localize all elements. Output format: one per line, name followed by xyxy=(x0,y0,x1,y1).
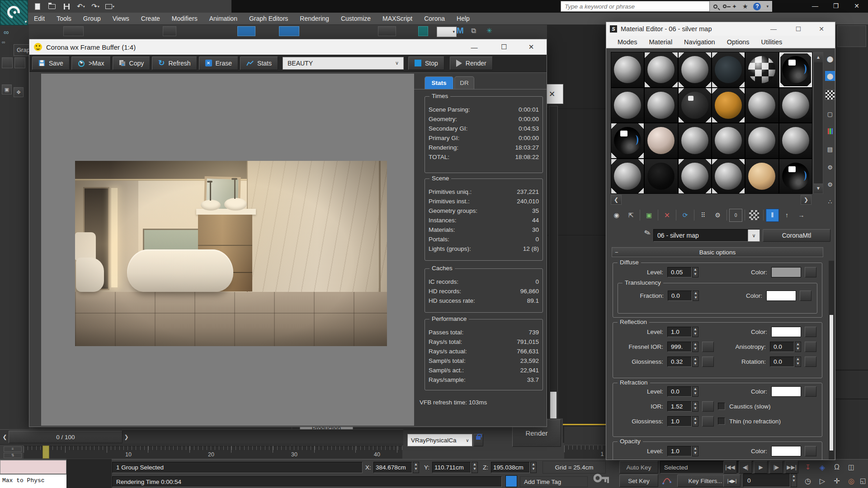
go-forward-icon[interactable]: → xyxy=(795,209,808,222)
me-close-button[interactable]: ✕ xyxy=(810,22,833,36)
view-dropdown[interactable]: VRayPhysicalCa∨ xyxy=(407,434,472,446)
slot-scroll-right-icon[interactable]: ❯ xyxy=(801,195,811,205)
material-name-dropdown[interactable]: 06 - silver map ∨ xyxy=(653,229,760,242)
orbit-icon[interactable]: Ω xyxy=(830,461,844,474)
show-map-in-viewport-icon[interactable] xyxy=(749,210,759,220)
time-slider-track[interactable]: ❮ 0 / 100 ❯ xyxy=(0,429,403,445)
diffuse-color-map-button[interactable] xyxy=(805,267,816,277)
go-to-end-button[interactable]: ▶▶| xyxy=(785,461,798,474)
material-slot[interactable] xyxy=(679,52,711,87)
vfb-stats-button[interactable]: Stats xyxy=(240,56,278,70)
material-slot[interactable] xyxy=(745,88,778,123)
trackbar-mini-buttons[interactable]: ≡⇅ xyxy=(4,446,22,458)
open-file-button[interactable] xyxy=(45,1,59,12)
vfb-copy-button[interactable]: Copy xyxy=(113,56,151,70)
menu-edit[interactable]: Edit xyxy=(28,13,51,24)
vfb-tomax-button[interactable]: >Max xyxy=(71,56,111,70)
select-by-material-icon[interactable]: ⚙ xyxy=(825,179,835,189)
menu-tools[interactable]: Tools xyxy=(51,13,77,24)
me-menu-modes[interactable]: Modes xyxy=(612,38,643,46)
material-map-navigator-icon[interactable]: ∴ xyxy=(825,197,835,206)
lock-view-button[interactable] xyxy=(473,434,483,446)
me-restore-button[interactable]: ☐ xyxy=(787,22,810,36)
time-slider-handle[interactable]: 0 / 100 xyxy=(9,431,123,443)
menu-group[interactable]: Group xyxy=(77,13,107,24)
snap-keys-icon[interactable]: ↧ xyxy=(801,461,815,474)
get-material-icon[interactable]: ◉ xyxy=(610,209,623,222)
vfb-image-area[interactable] xyxy=(41,74,414,426)
redo-button[interactable]: ↷▾ xyxy=(89,1,102,12)
material-slot[interactable] xyxy=(645,88,677,123)
menu-rendering[interactable]: Rendering xyxy=(294,13,335,24)
sample-tiling-icon[interactable]: ▢ xyxy=(825,109,835,119)
opacity-level-field[interactable]: 1.0 xyxy=(667,446,692,456)
frame-spinner[interactable]: ▲▼ xyxy=(791,474,797,487)
next-frame-button[interactable]: |▶ xyxy=(769,461,783,474)
pick-material-eyedropper-icon[interactable]: ✎ xyxy=(643,228,652,239)
vfb-maximize-button[interactable]: ☐ xyxy=(491,39,517,55)
put-to-library-icon[interactable]: ⠿ xyxy=(697,209,710,222)
put-to-scene-icon[interactable]: ⇱ xyxy=(624,209,637,222)
maxscript-listener-input[interactable]: Max to Physc xyxy=(0,474,66,488)
favorites-star-icon[interactable]: ★ xyxy=(742,3,748,10)
vfb-minimize-button[interactable]: — xyxy=(462,39,487,55)
parameters-scrollbar[interactable] xyxy=(829,261,834,460)
material-slot[interactable] xyxy=(712,88,745,123)
current-frame-field[interactable]: 0 xyxy=(743,474,790,487)
menu-maxscript[interactable]: MAXScript xyxy=(377,13,418,24)
menu-help[interactable]: Help xyxy=(451,13,476,24)
isolate-selection-icon[interactable]: ◫ xyxy=(844,461,858,474)
tab-stats[interactable]: Stats xyxy=(425,76,453,89)
me-menu-navigation[interactable]: Navigation xyxy=(678,38,721,46)
refraction-level-field[interactable]: 0.0 xyxy=(667,386,692,397)
vfb-save-button[interactable]: Save xyxy=(32,56,70,70)
show-end-result-icon[interactable]: ‖ xyxy=(766,209,779,222)
refraction-level-spinner[interactable]: ▲▼ xyxy=(692,386,698,397)
material-slot[interactable] xyxy=(611,159,644,194)
refraction-glossiness-spinner[interactable]: ▲▼ xyxy=(692,416,698,427)
go-to-start-button[interactable]: |◀◀ xyxy=(723,461,737,474)
vfb-render-button[interactable]: Render xyxy=(450,56,493,70)
material-editor-titlebar[interactable]: S Material Editor - 06 - silver map — ☐ … xyxy=(606,22,835,36)
ior-field[interactable]: 1.52 xyxy=(667,401,692,412)
material-slot[interactable] xyxy=(745,159,778,194)
options-icon[interactable]: ⚙ xyxy=(825,162,835,172)
rotation-spinner[interactable]: ▲▼ xyxy=(795,357,801,367)
material-slot[interactable] xyxy=(779,123,812,158)
refraction-color-map-button[interactable] xyxy=(805,386,816,397)
vfb-refresh-button[interactable]: ↻ Refresh xyxy=(152,56,197,70)
refraction-color-swatch[interactable] xyxy=(771,386,801,397)
thin-checkbox[interactable] xyxy=(718,418,725,425)
material-slot[interactable] xyxy=(679,123,711,158)
fraction-field[interactable]: 0.0 xyxy=(668,291,692,301)
fraction-spinner[interactable]: ▲▼ xyxy=(693,291,699,301)
material-slot[interactable] xyxy=(679,159,711,194)
track-bar[interactable]: 10 20 30 40 xyxy=(24,446,402,459)
z-spinner[interactable]: ▲▼ xyxy=(530,462,537,473)
ior-map-button[interactable] xyxy=(702,401,714,412)
sample-type-icon[interactable]: ⬤ xyxy=(825,54,835,64)
material-slot[interactable] xyxy=(745,123,778,158)
material-slot[interactable] xyxy=(745,52,778,87)
me-menu-material[interactable]: Material xyxy=(643,38,679,46)
undo-button[interactable]: ↶▾ xyxy=(74,1,88,12)
search-input[interactable] xyxy=(561,1,710,12)
translucency-color-swatch[interactable] xyxy=(766,291,796,301)
material-slot[interactable] xyxy=(611,88,644,123)
menu-modifiers[interactable]: Modifiers xyxy=(166,13,203,24)
time-configuration-icon[interactable]: ◷ xyxy=(801,474,815,487)
make-unique-icon[interactable]: ⟳ xyxy=(679,209,692,222)
rotation-field[interactable]: 0.0 xyxy=(770,357,794,367)
assign-to-selection-icon[interactable]: ▣ xyxy=(642,209,656,222)
vfb-channel-dropdown[interactable]: BEAUTY∨ xyxy=(283,57,404,70)
max-logo[interactable]: ▾ xyxy=(0,0,28,25)
ior-spinner[interactable]: ▲▼ xyxy=(692,401,698,412)
vfb-stop-button[interactable]: Stop xyxy=(408,56,444,70)
x-coordinate-field[interactable]: 384.678cm xyxy=(373,462,412,473)
menu-views[interactable]: Views xyxy=(107,13,135,24)
trackbar-playhead[interactable] xyxy=(42,446,49,459)
anisotropy-field[interactable]: 0.0 xyxy=(770,342,794,352)
help-icon[interactable]: ? xyxy=(753,3,761,10)
fresnel-map-button[interactable] xyxy=(702,342,714,352)
material-slot[interactable] xyxy=(645,52,677,87)
